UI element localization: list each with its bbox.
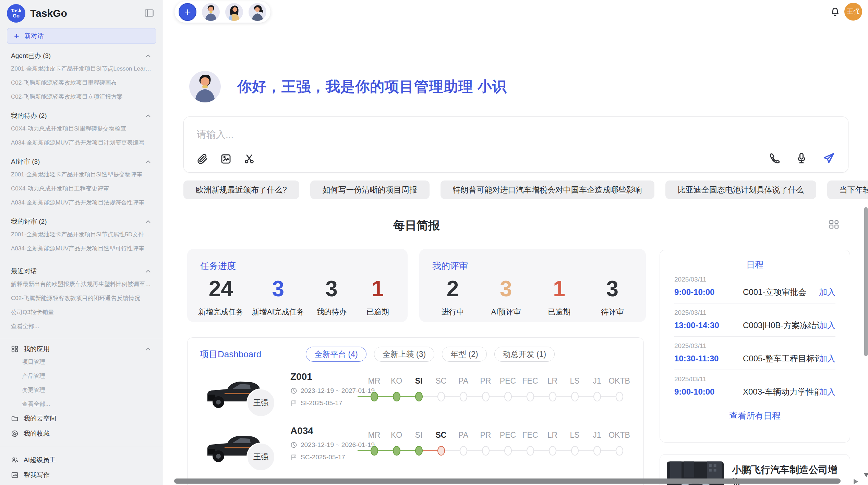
group-agent-done[interactable]: Agent已办 (3) (11, 51, 152, 60)
milestone-dot-pending (593, 392, 601, 401)
divider (0, 447, 163, 447)
chevron-up-icon (144, 345, 152, 353)
group-my-todo[interactable]: 我的待办 (2) (11, 111, 152, 120)
join-meeting-link[interactable]: 加入 (819, 386, 835, 397)
scroll-down-arrow[interactable] (864, 473, 868, 477)
add-session-button[interactable]: + (179, 3, 196, 21)
suggestion-chip[interactable]: 特朗普可能对进口汽车增税会对中国车企造成哪些影响 (441, 181, 654, 199)
group-my-review[interactable]: 我的评审 (2) (11, 217, 152, 226)
sidebar-item-label: 帮我写作 (24, 471, 50, 480)
plus-icon: ＋ (13, 31, 20, 41)
milestone-label: SC (436, 375, 447, 386)
sidebar-task-item[interactable]: C0X4-动力总成开发项目SI里程碑提交物检查 (11, 122, 152, 136)
horizontal-scrollbar[interactable] (174, 478, 841, 484)
sidebar-item-label: 我的收藏 (24, 429, 50, 438)
schedule-time: 9:00-10:00 (674, 287, 743, 297)
new-chat-button[interactable]: ＋ 新对话 (7, 28, 156, 44)
milestone-dot-done (393, 446, 400, 456)
sidebar-item-help-me-write[interactable]: 帮我写作 (11, 468, 152, 483)
folder-icon (11, 415, 19, 422)
suggestion-chip[interactable]: 当下年轻人对汽车外观有怎样的喜好趋势 (827, 181, 868, 199)
sidebar-task-item[interactable]: A034-全新新能源MUV产品开发项目法规符合性评审 (11, 196, 152, 210)
milestone-dot-pending (593, 446, 601, 456)
milestone-dot-pending (527, 446, 534, 456)
app-item-view-all[interactable]: 查看全部... (22, 397, 152, 411)
join-meeting-link[interactable]: 加入 (819, 320, 835, 331)
scissors-icon[interactable] (243, 153, 255, 165)
my-review-card: 我的评审 2 进行中 3 AI预评审 1 已逾期 3 待评审 (419, 249, 646, 322)
app-item-project-mgmt[interactable]: 项目管理 (22, 355, 152, 369)
milestone-dot-done (371, 446, 378, 456)
schedule-date: 2025/03/11 (674, 276, 835, 283)
sidebar: Task Go TaskGo ＋ 新对话 Agent已办 (3) Z001-全新… (0, 0, 163, 485)
suggestion-chip[interactable]: 欧洲新规最近颁布了什么? (183, 181, 299, 199)
notifications-bell-icon[interactable] (830, 7, 841, 18)
join-meeting-link[interactable]: 加入 (819, 353, 835, 364)
phone-call-icon[interactable] (769, 152, 781, 164)
project-info: Z001 2023-12-19 ~ 2027-01-19 SI-2025-05-… (290, 371, 375, 407)
group-my-apps[interactable]: 我的应用 (11, 345, 152, 353)
sidebar-task-item[interactable]: A034-全新新能源MUV产品开发项目计划变更表编写 (11, 136, 152, 150)
recent-chat-item[interactable]: 解释最新出台的欧盟报废车法规再生塑料比例被调至15%... (11, 277, 152, 291)
project-flag: SC-2025-05-17 (290, 453, 375, 461)
session-avatar[interactable] (249, 3, 266, 21)
sidebar-item-creative-drawing[interactable]: 创意制图 (11, 483, 152, 485)
brief-layout-icon[interactable] (828, 219, 840, 229)
app-logo: Task Go (7, 4, 25, 23)
chat-input[interactable] (197, 127, 745, 142)
microphone-icon[interactable] (795, 152, 808, 164)
project-row[interactable]: 王强 A034 2023-12-19 ~ 2026-01-19 SC-2025-… (188, 425, 643, 479)
user-avatar[interactable]: 王强 (844, 3, 862, 21)
recent-chat-item[interactable]: 公司Q3轻卡销量 (11, 305, 152, 319)
schedule-name: C005-整车工程目标评审 (743, 353, 819, 364)
sidebar-task-item[interactable]: Z001-全新燃油轻卡产品开发项目SI节点属性5D文件评审 (11, 227, 152, 241)
image-upload-icon[interactable] (220, 153, 232, 165)
sidebar-task-item[interactable]: C02-飞腾新能源轻客改款项目立项汇报方案 (11, 90, 152, 104)
view-all-schedule-link[interactable]: 查看所有日程 (660, 410, 850, 421)
sidebar-task-item[interactable]: Z001-全新燃油轻卡产品开发项目SI造型提交物评审 (11, 167, 152, 182)
schedule-title: 日程 (660, 259, 850, 270)
tab-powertrain[interactable]: 动总开发 (1) (494, 347, 555, 362)
session-avatar[interactable] (225, 3, 243, 21)
suggestion-chip[interactable]: 如何写一份清晰的项目周报 (310, 181, 430, 199)
sidebar-task-item[interactable]: Z001-全新燃油皮卡产品开发项目SI节点Lesson Learn报告 (11, 62, 152, 76)
group-title: 最近对话 (11, 267, 37, 276)
schedule-item: 2025/03/11 9:00-10:00 C001-立项审批会 加入 (660, 270, 850, 303)
sidebar-item-favorites[interactable]: 我的收藏 (11, 426, 152, 441)
tab-new-platform[interactable]: 全新平台 (4) (306, 347, 366, 362)
suggestion-chip[interactable]: 比亚迪全固态电池计划具体说了什么 (665, 181, 816, 199)
session-avatar[interactable] (202, 3, 220, 21)
vertical-scrollbar[interactable] (864, 207, 868, 356)
suggestion-chips: 欧洲新规最近颁布了什么? 如何写一份清晰的项目周报 特朗普可能对进口汽车增税会对… (183, 181, 850, 199)
group-ai-review[interactable]: AI评审 (3) (11, 157, 152, 166)
stat-review-overdue: 1 已逾期 (540, 277, 578, 317)
sidebar-task-item[interactable]: C0X4-动力总成开发项目工程变更评审 (11, 182, 152, 196)
milestone-dot-pending (504, 392, 512, 401)
join-meeting-link[interactable]: 加入 (819, 287, 835, 298)
clock-icon (290, 442, 297, 448)
app-item-change-mgmt[interactable]: 变更管理 (22, 383, 152, 397)
sidebar-item-cloud-space[interactable]: 我的云空间 (11, 411, 152, 426)
app-item-product-mgmt[interactable]: 产品管理 (22, 369, 152, 383)
greeting-text: 你好，王强，我是你的项目管理助理 小识 (237, 77, 507, 96)
milestone-dot-pending (571, 446, 579, 456)
project-row[interactable]: 王强 Z001 2023-12-19 ~ 2027-01-19 SI-2025-… (188, 371, 643, 425)
tab-new-body[interactable]: 全新上装 (3) (374, 347, 435, 362)
tab-model-year[interactable]: 年型 (2) (442, 347, 487, 362)
sidebar-task-item[interactable]: A034-全新新能源MUV产品开发项目造型可行性评审 (11, 241, 152, 256)
milestone-timeline: MR KO SI SC PA PR PEC FEC LR LS J1 OKTB (363, 430, 630, 456)
recent-chat-view-all[interactable]: 查看全部... (11, 319, 152, 333)
attachment-icon[interactable] (197, 153, 208, 165)
sidebar-item-label: AI超级员工 (24, 456, 56, 464)
milestone-label: LR (547, 430, 557, 440)
group-title: Agent已办 (3) (11, 51, 51, 60)
sidebar-item-ai-super-staff[interactable]: AI超级员工 (11, 452, 152, 468)
sidebar-collapse-icon[interactable] (144, 9, 154, 17)
divider (0, 261, 163, 261)
sidebar-task-item[interactable]: C02-飞腾新能源轻客改款项目里程碑画布 (11, 76, 152, 90)
send-icon[interactable] (822, 152, 835, 165)
chevron-up-icon (144, 52, 152, 60)
recent-chat-item[interactable]: C02-飞腾新能源轻客改款项目的闭环通告反馈情况 (11, 291, 152, 305)
group-recent-chats[interactable]: 最近对话 (11, 267, 152, 276)
scroll-right-arrow[interactable] (854, 479, 858, 484)
